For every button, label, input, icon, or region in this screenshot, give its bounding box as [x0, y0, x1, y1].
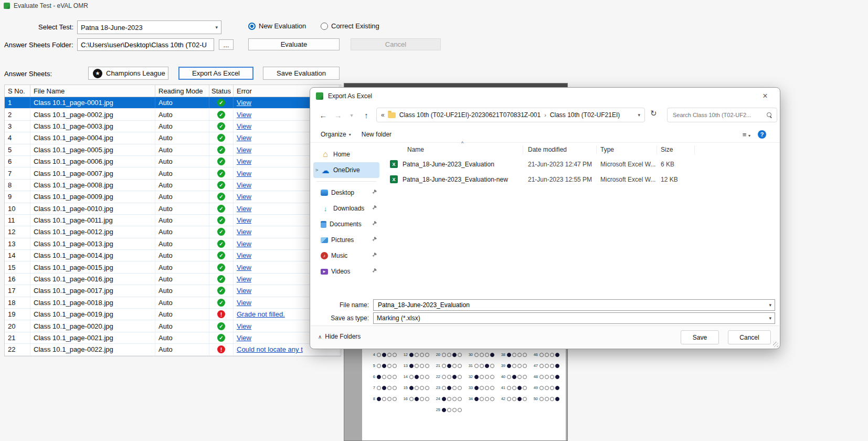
error-link[interactable]: View — [237, 334, 251, 342]
up-icon[interactable]: ↑ — [361, 109, 372, 121]
error-link[interactable]: View — [237, 193, 251, 201]
champions-league-button[interactable]: ★ Champions League — [88, 67, 168, 80]
table-row[interactable]: 13 Class 10.1_page-0013.jpg Auto View — [5, 238, 341, 250]
col-header-file[interactable]: File Name — [30, 85, 155, 97]
col-header-status[interactable]: Status — [209, 85, 234, 97]
table-row[interactable]: 20 Class 10.1_page-0020.jpg Auto View — [5, 320, 341, 332]
error-link[interactable]: Grade not filled. — [237, 310, 285, 318]
sidebar-item[interactable]: Music — [313, 248, 379, 264]
file-name-input[interactable] — [377, 301, 766, 309]
error-link[interactable]: Could not locate any t — [237, 345, 303, 353]
organize-menu[interactable]: Organize ▾ — [321, 131, 351, 138]
table-row[interactable]: 22 Class 10.1_page-0022.jpg Auto Could n… — [5, 344, 341, 355]
save-as-type-dropdown[interactable]: Marking (*.xlsx) ▾ — [373, 312, 775, 324]
file-row[interactable]: Patna_18-June-2023_Evaluation 21-Jun-202… — [384, 157, 775, 172]
table-row[interactable]: 17 Class 10.1_page-0017.jpg Auto View — [5, 285, 341, 297]
table-row[interactable]: 9 Class 10.1_page-0009.jpg Auto View — [5, 191, 341, 203]
error-link[interactable]: View — [237, 158, 251, 165]
save-evaluation-button[interactable]: Save Evaluation — [263, 67, 340, 80]
answer-sheets-folder-input[interactable] — [77, 38, 214, 51]
table-row[interactable]: 18 Class 10.1_page-0018.jpg Auto View — [5, 297, 341, 309]
error-link[interactable]: View — [237, 170, 251, 177]
expand-chevron-icon[interactable]: > — [315, 167, 321, 173]
save-button[interactable]: Save — [681, 330, 719, 344]
table-row[interactable]: 12 Class 10.1_page-0012.jpg Auto View — [5, 226, 341, 238]
radio-new-evaluation[interactable]: New Evaluation — [248, 22, 306, 30]
table-row[interactable]: 1 Class 10.1_page-0001.jpg Auto View — [5, 97, 341, 109]
column-divider[interactable] — [596, 145, 597, 154]
table-row[interactable]: 3 Class 10.1_page-0003.jpg Auto View — [5, 121, 341, 132]
table-row[interactable]: 8 Class 10.1_page-0008.jpg Auto View — [5, 180, 341, 191]
sidebar-item[interactable]: Videos — [313, 264, 379, 279]
radio-correct-existing[interactable]: Correct Existing — [321, 22, 379, 30]
error-link[interactable]: View — [237, 322, 251, 330]
sidebar-item[interactable]: Desktop — [313, 185, 379, 201]
file-name-combobox[interactable]: ▾ — [373, 299, 775, 311]
error-link[interactable]: View — [237, 99, 251, 107]
dialog-cancel-button[interactable]: Cancel — [728, 330, 771, 344]
browse-folder-button[interactable]: ... — [219, 39, 234, 50]
history-chevron-icon[interactable]: ▾ — [346, 109, 357, 121]
col-header-sno[interactable]: S No. — [5, 85, 30, 97]
new-folder-button[interactable]: New folder — [362, 131, 391, 138]
help-icon[interactable]: ? — [758, 130, 766, 139]
error-link[interactable]: View — [237, 111, 251, 119]
sidebar-item[interactable]: > OneDrive — [313, 162, 379, 178]
error-link[interactable]: View — [237, 251, 251, 259]
column-divider[interactable] — [694, 145, 695, 154]
col-header-mode[interactable]: Reading Mode — [155, 85, 209, 97]
view-options-icon[interactable]: ≡ ▾ — [743, 131, 750, 139]
breadcrumb-dropdown-icon[interactable]: ▾ — [638, 112, 640, 118]
table-row[interactable]: 4 Class 10.1_page-0004.jpg Auto View — [5, 132, 341, 144]
error-link[interactable]: View — [237, 122, 251, 130]
table-row[interactable]: 16 Class 10.1_page-0016.jpg Auto View — [5, 274, 341, 285]
table-row[interactable]: 2 Class 10.1_page-0002.jpg Auto View — [5, 109, 341, 120]
error-link[interactable]: View — [237, 240, 251, 248]
error-link[interactable]: View — [237, 146, 251, 154]
table-row[interactable]: 14 Class 10.1_page-0014.jpg Auto View — [5, 250, 341, 261]
table-row[interactable]: 15 Class 10.1_page-0015.jpg Auto View — [5, 261, 341, 273]
col-header-type[interactable]: Type — [600, 146, 614, 153]
back-icon[interactable]: ← — [317, 109, 329, 121]
evaluate-button[interactable]: Evaluate — [248, 38, 340, 50]
search-input[interactable] — [672, 111, 765, 119]
export-as-excel-button[interactable]: Export As Excel — [178, 67, 253, 80]
sidebar-item[interactable]: Downloads — [313, 201, 379, 216]
table-row[interactable]: 5 Class 10.1_page-0005.jpg Auto View — [5, 144, 341, 156]
error-link[interactable]: View — [237, 181, 251, 189]
file-row[interactable]: Patna_18-June-2023_Evaluation-new 21-Jun… — [384, 172, 775, 187]
col-header-modified[interactable]: Date modified — [528, 146, 567, 153]
breadcrumb-item-parent[interactable]: Class 10th (T02-UF21EI)-20230621T070831Z… — [399, 111, 541, 119]
table-row[interactable]: 21 Class 10.1_page-0021.jpg Auto View — [5, 332, 341, 344]
breadcrumb[interactable]: « Class 10th (T02-UF21EI)-20230621T07083… — [376, 108, 645, 122]
error-link[interactable]: View — [237, 205, 251, 213]
error-link[interactable]: View — [237, 299, 251, 307]
table-row[interactable]: 7 Class 10.1_page-0007.jpg Auto View — [5, 167, 341, 179]
error-link[interactable]: View — [237, 275, 251, 283]
error-link[interactable]: View — [237, 287, 251, 295]
error-link[interactable]: View — [237, 228, 251, 236]
col-header-name[interactable]: Name — [407, 146, 424, 153]
col-header-size[interactable]: Size — [661, 146, 673, 153]
sidebar-item[interactable]: Documents — [313, 216, 379, 232]
table-row[interactable]: 11 Class 10.1_page-0011.jpg Auto View — [5, 215, 341, 226]
dialog-close-icon[interactable]: × — [758, 90, 772, 102]
breadcrumb-collapse-icon[interactable]: « — [381, 111, 385, 119]
breadcrumb-item-current[interactable]: Class 10th (T02-UF21EI) — [550, 111, 620, 119]
column-divider[interactable] — [657, 145, 657, 154]
error-link[interactable]: View — [237, 216, 251, 224]
column-divider[interactable] — [523, 145, 523, 154]
refresh-icon[interactable]: ↻ — [650, 109, 657, 118]
chevron-down-icon[interactable]: ▾ — [766, 302, 771, 308]
error-link[interactable]: View — [237, 264, 251, 271]
sidebar-item[interactable]: Pictures — [313, 232, 379, 248]
chevron-down-icon[interactable]: ▾ — [766, 316, 771, 321]
table-row[interactable]: 19 Class 10.1_page-0019.jpg Auto Grade n… — [5, 309, 341, 320]
table-row[interactable]: 6 Class 10.1_page-0006.jpg Auto View — [5, 156, 341, 167]
select-test-dropdown[interactable]: Patna 18-June-2023 ▾ — [77, 20, 221, 34]
resize-grip[interactable] — [773, 342, 778, 347]
table-row[interactable]: 10 Class 10.1_page-0010.jpg Auto View — [5, 203, 341, 215]
hide-folders-button[interactable]: ∧ Hide Folders — [318, 333, 361, 340]
sidebar-item[interactable]: Home — [313, 146, 379, 162]
error-link[interactable]: View — [237, 134, 251, 142]
